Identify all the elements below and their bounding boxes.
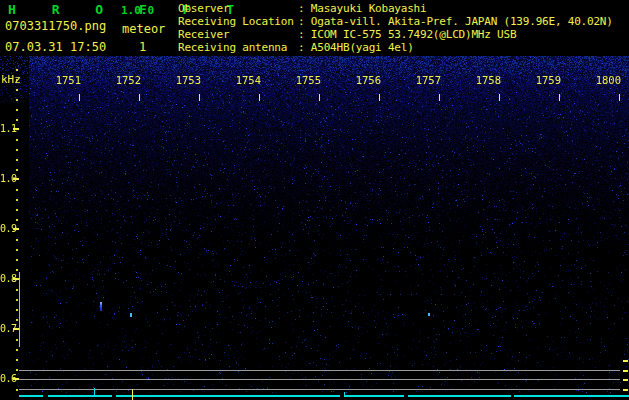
meteor-echo-mark — [130, 313, 132, 317]
app-version: 1.0.0 — [121, 4, 154, 17]
meteor-echo-mark — [428, 313, 430, 316]
freq-minor-tick — [16, 249, 18, 251]
station-info-value: : Ogata-vill. Akita-Pref. JAPAN (139.96E… — [298, 15, 613, 28]
freq-minor-tick — [16, 319, 18, 321]
level-reference-line — [19, 389, 620, 390]
time-tick-mark — [79, 94, 80, 101]
time-tick-label: 1753 — [173, 74, 201, 86]
time-tick-label: 1754 — [233, 74, 261, 86]
level-scale-right-tick — [623, 360, 628, 362]
freq-tick-label: 0.9 — [0, 223, 14, 234]
level-scale-right-tick — [623, 370, 628, 372]
time-tick-label: 1759 — [533, 74, 561, 86]
observation-timestamp: 07.03.31 17:50 — [5, 40, 106, 54]
level-scale-right-tick — [623, 389, 628, 391]
time-tick-label: 1752 — [113, 74, 141, 86]
freq-major-tick — [13, 228, 19, 230]
noise-level-trace-segment — [116, 395, 340, 397]
level-scale-bar — [19, 272, 20, 347]
time-tick-label: 1800 — [593, 74, 621, 86]
noise-level-trace-segment — [344, 395, 404, 397]
freq-minor-tick — [16, 209, 18, 211]
freq-minor-tick — [16, 219, 18, 221]
level-event-tick — [344, 392, 345, 397]
freq-tick-label: 0.7 — [0, 323, 14, 334]
freq-minor-tick — [16, 149, 18, 151]
meteor-echo-mark — [100, 302, 102, 311]
time-tick-mark — [499, 94, 500, 101]
freq-minor-tick — [16, 79, 18, 81]
freq-major-tick — [13, 178, 19, 180]
spectrogram-noise-canvas — [0, 56, 629, 396]
time-tick-mark — [139, 94, 140, 101]
station-info-value: : ICOM IC-575 53.7492(@LCD)MHz USB — [298, 28, 516, 41]
time-tick-mark — [199, 94, 200, 101]
time-tick-label: 1751 — [53, 74, 81, 86]
time-tick-label: 1757 — [413, 74, 441, 86]
time-tick-mark — [259, 94, 260, 101]
freq-tick-label: 0.8 — [0, 273, 14, 284]
freq-minor-tick — [16, 169, 18, 171]
freq-minor-tick — [16, 389, 18, 391]
time-tick-label: 1755 — [293, 74, 321, 86]
freq-minor-tick — [16, 109, 18, 111]
station-info-label: Receiving Location — [178, 15, 298, 28]
level-event-tick — [94, 388, 95, 397]
freq-minor-tick — [16, 99, 18, 101]
freq-minor-tick — [16, 199, 18, 201]
freq-minor-tick — [16, 239, 18, 241]
freq-minor-tick — [16, 119, 18, 121]
time-tick-mark — [379, 94, 380, 101]
noise-level-trace-segment — [408, 395, 511, 397]
time-tick-label: 1758 — [473, 74, 501, 86]
noise-level-trace-segment — [19, 395, 43, 397]
station-info-label: Receiving antenna — [178, 41, 298, 54]
freq-tick-label: 0.6 — [0, 373, 14, 384]
station-info-label: Receiver — [178, 28, 298, 41]
freq-minor-tick — [16, 349, 18, 351]
output-filename: 0703311750.png — [5, 19, 106, 33]
freq-minor-tick — [16, 89, 18, 91]
station-info-row: Receiving Location: Ogata-vill. Akita-Pr… — [178, 15, 613, 28]
freq-major-tick — [13, 128, 19, 130]
level-reference-line — [19, 370, 620, 371]
freq-minor-tick — [16, 189, 18, 191]
time-tick-label: 1756 — [353, 74, 381, 86]
station-info-value: : Masayuki Kobayashi — [298, 2, 426, 15]
level-event-tick — [132, 389, 133, 400]
freq-minor-tick — [16, 259, 18, 261]
station-info-row: Receiver: ICOM IC-575 53.7492(@LCD)MHz U… — [178, 28, 613, 41]
station-info-row: Observer: Masayuki Kobayashi — [178, 2, 613, 15]
time-tick-mark — [439, 94, 440, 101]
time-tick-mark — [319, 94, 320, 101]
hrofft-output-image: H R O F F T 1.0.0 0703311750.png meteor … — [0, 0, 629, 400]
freq-minor-tick — [16, 309, 18, 311]
freq-tick-label: 1.0 — [0, 173, 14, 184]
station-info-block: Observer: Masayuki KobayashiReceiving Lo… — [178, 2, 613, 54]
freq-minor-tick — [16, 69, 18, 71]
station-info-label: Observer — [178, 2, 298, 15]
freq-minor-tick — [16, 269, 18, 271]
freq-minor-tick — [16, 359, 18, 361]
freq-minor-tick — [16, 369, 18, 371]
meteor-count: 1 — [139, 40, 146, 54]
station-info-value: : A504HB(yagi 4el) — [298, 41, 414, 54]
freq-minor-tick — [16, 299, 18, 301]
noise-level-trace-segment — [48, 395, 112, 397]
noise-level-trace-segment — [514, 395, 629, 397]
level-scale-right-tick — [623, 379, 628, 381]
freq-minor-tick — [16, 339, 18, 341]
time-tick-mark — [559, 94, 560, 101]
freq-tick-label: 1.1 — [0, 123, 14, 134]
freq-minor-tick — [16, 139, 18, 141]
freq-minor-tick — [16, 289, 18, 291]
station-info-row: Receiving antenna: A504HB(yagi 4el) — [178, 41, 613, 54]
time-tick-mark — [619, 94, 620, 101]
level-reference-line — [19, 379, 620, 380]
mode-label: meteor — [122, 22, 165, 36]
freq-minor-tick — [16, 159, 18, 161]
